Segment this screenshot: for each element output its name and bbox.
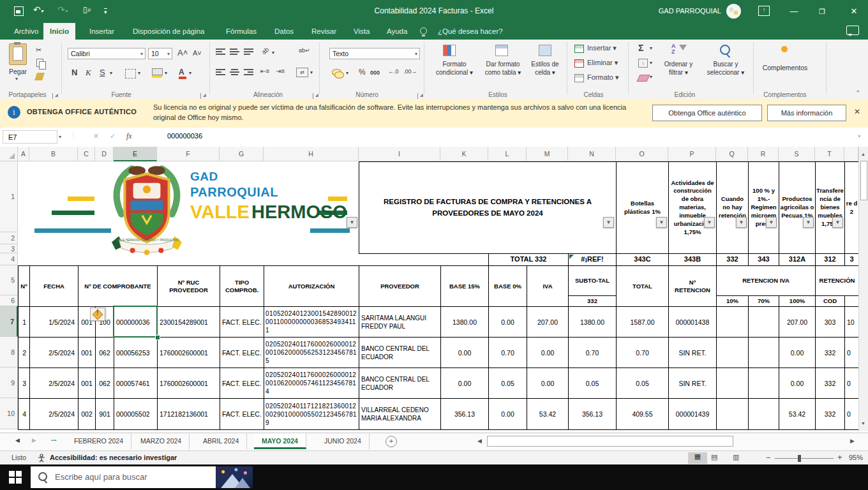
font-color-icon[interactable]: A [179,68,184,77]
borders-dropdown-icon[interactable]: ▾ [138,70,140,76]
header-total[interactable]: TOTAL [616,265,669,307]
sheet-tab-abril[interactable]: ABRIL 2024 [195,433,247,449]
restore-button[interactable]: ❐ [808,0,836,23]
cell-styles-icon[interactable] [539,45,551,56]
format-as-table-button[interactable]: Dar formatocomo tabla ▾ [480,60,526,77]
cell-T8[interactable]: 332 [815,337,845,368]
cell-S7[interactable]: 207.00 [779,306,816,338]
filter-dropdown-icon[interactable]: ▼ [704,217,715,228]
italic-button[interactable]: K [86,68,91,78]
cell-H7[interactable]: 0105202401230015428900120011000000000368… [264,306,359,338]
cell-N9[interactable]: 0.05 [568,368,617,399]
cell-F8[interactable]: 1760002600001 [157,337,220,368]
page-break-view-icon[interactable]: ▥ [733,453,739,461]
sort-filter-button[interactable]: Ordenar yfiltrar ▾ [659,60,698,77]
scroll-up-icon[interactable]: ▲ [861,152,865,156]
cell-Q8[interactable] [716,337,749,368]
sheet-tab-febrero[interactable]: FEBRERO 2024 [66,433,131,449]
cell-Q10[interactable] [716,398,749,430]
find-select-button[interactable]: Buscar yseleccionar ▾ [702,60,749,77]
row-header-1[interactable]: 1 [0,161,18,232]
filter-dropdown-icon[interactable]: ▼ [347,217,357,228]
tab-datos[interactable]: Datos [268,23,300,40]
comma-style-icon[interactable]: 000 [370,70,380,76]
confirm-entry-icon[interactable]: ✓ [110,132,116,140]
cell-E7[interactable]: 000000036 [114,306,158,338]
cell-U10[interactable]: 0 [844,398,858,430]
row4-code-T[interactable]: 312 [815,253,845,266]
header-subtotal-332[interactable]: 332 [568,295,617,307]
cell-M7[interactable]: 207.00 [527,306,569,338]
font-color-dropdown-icon[interactable]: ▾ [189,70,191,76]
cell-F10[interactable]: 1712182136001 [157,398,220,430]
cell-I10[interactable]: VILLARREAL CEDENO MARIA ALEXANDRA [359,398,441,430]
start-button[interactable] [9,471,22,484]
bold-button[interactable]: N [71,68,77,77]
conditional-format-button[interactable]: Formatocondicional ▾ [430,60,479,77]
header-num-retencion[interactable]: Nº RETENCION [668,265,717,307]
cell-K8[interactable]: 0.00 [440,337,489,368]
column-header-E[interactable]: E [114,147,157,161]
header-retencion-iva[interactable]: RETENCION IVA [716,265,816,296]
cell-P9[interactable]: SIN RET. [668,368,717,399]
row4-ref-error[interactable]: #¡REF! [568,253,617,266]
number-format-select[interactable]: Texto▾ [329,48,420,59]
header-tipo[interactable]: TIPO COMPROB. [220,265,264,307]
row-header-3[interactable]: 3 [0,244,18,253]
cell-S9[interactable]: 0.00 [779,368,816,399]
align-middle-icon[interactable] [230,48,239,56]
scroll-down-icon[interactable]: ▼ [861,421,865,426]
fill-handle[interactable] [155,335,160,340]
align-bottom-icon[interactable] [244,48,253,56]
row-header-5[interactable]: 5 [0,265,18,295]
header-cod[interactable]: COD [815,295,845,307]
cell-D8[interactable]: 062 [95,337,114,368]
column-header-I[interactable]: I [359,147,440,161]
cell-S8[interactable]: 0.00 [779,337,816,368]
zoom-out-icon[interactable]: − [766,453,770,462]
cell-C10[interactable]: 002 [78,398,96,430]
accounting-format-icon[interactable] [332,69,341,76]
header-retencion-2[interactable]: RETENCIÓN [815,265,858,296]
fill-dropdown-icon[interactable]: ▾ [165,70,167,76]
header-base15[interactable]: BASE 15% [440,265,489,307]
addins-button[interactable]: Complementos [753,64,817,72]
comment-icon[interactable] [846,26,859,35]
format-painter-icon[interactable] [34,73,45,80]
normal-view-icon[interactable]: ▦ [688,452,707,464]
header-proveedor[interactable]: PROVEEDOR [359,265,441,307]
row4-code-Q[interactable]: 332 [716,253,749,266]
tab-formulas[interactable]: Fórmulas [220,23,263,40]
cell-U8[interactable]: 0 [844,337,858,368]
header-comprobante[interactable]: Nº DE COMPROBANTE [78,265,158,307]
header-autorizacion[interactable]: AUTORIZACIÓN [264,265,359,307]
cell-A7[interactable]: 1 [18,306,30,338]
column-header-H[interactable]: H [264,147,359,161]
cell-F7[interactable]: 2300154289001 [157,306,220,338]
cell-P10[interactable]: 000001439 [668,398,717,430]
column-header-D[interactable]: D [95,147,114,161]
sheet-tab-marzo[interactable]: MARZO 2024 [133,433,190,449]
avatar[interactable] [726,4,741,19]
sheet-overflow[interactable]: ... [51,434,57,442]
cell-R7[interactable] [748,306,779,338]
cell-C8[interactable]: 001 [78,337,96,368]
zoom-in-icon[interactable]: + [837,452,842,462]
header-fecha[interactable]: FECHA [29,265,79,307]
cell-A8[interactable]: 2 [18,337,30,368]
conditional-format-icon[interactable] [443,45,456,56]
add-sheet-icon[interactable]: + [385,436,397,447]
cell-D9[interactable]: 062 [95,368,114,399]
cell-L7[interactable]: 0.00 [488,306,527,338]
header-70pct[interactable]: 70% [748,295,779,307]
more-info-button[interactable]: Más información [767,105,846,121]
header-subtotal[interactable]: SUBTO-TAL [568,265,617,296]
row4-code-S[interactable]: 312A [779,253,816,266]
align-center-icon[interactable] [230,69,239,76]
cell-L10[interactable]: 0.00 [488,398,527,430]
column-header-partial[interactable] [844,147,858,161]
cell-E8[interactable]: 000056253 [114,337,158,368]
underline-dropdown-icon[interactable]: ▾ [110,70,112,76]
format-as-table-icon[interactable] [495,45,508,56]
tab-vista[interactable]: Vista [347,23,376,40]
